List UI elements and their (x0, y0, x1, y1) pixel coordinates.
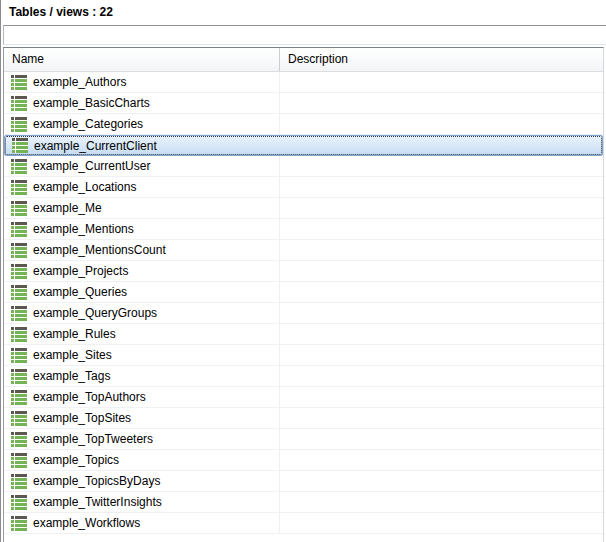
table-row[interactable]: example_Queries (4, 282, 603, 303)
table-icon (11, 348, 27, 363)
list-header: Name Description (4, 48, 603, 72)
table-icon (11, 180, 27, 195)
row-name: example_CurrentUser (33, 159, 150, 173)
row-name: example_Projects (33, 264, 128, 278)
table-row[interactable]: example_Mentions (4, 219, 603, 240)
row-name: example_Workflows (33, 516, 140, 530)
table-icon (11, 306, 27, 321)
table-icon (11, 495, 27, 510)
row-description (280, 345, 603, 365)
row-name: example_Mentions (33, 222, 134, 236)
row-name: example_TopAuthors (33, 390, 146, 404)
panel-title: Tables / views : 22 (1, 0, 606, 25)
row-name: example_Topics (33, 453, 119, 467)
row-name: example_Tags (33, 369, 110, 383)
row-description (280, 471, 603, 491)
table-row[interactable]: example_TwitterInsights (4, 492, 603, 513)
row-description (280, 429, 603, 449)
table-icon (11, 432, 27, 447)
table-icon (11, 222, 27, 237)
row-description (280, 72, 603, 92)
row-name: example_Rules (33, 327, 116, 341)
table-row-selected[interactable]: example_CurrentClient (4, 135, 603, 156)
table-row[interactable]: example_Topics (4, 450, 603, 471)
table-row[interactable]: example_Locations (4, 177, 603, 198)
row-description (280, 156, 603, 176)
row-description (280, 198, 603, 218)
row-description (280, 366, 603, 386)
table-row[interactable]: example_MentionsCount (4, 240, 603, 261)
table-row[interactable]: example_TopSites (4, 408, 603, 429)
table-row[interactable]: example_Rules (4, 324, 603, 345)
table-row[interactable]: example_Projects (4, 261, 603, 282)
filter-input[interactable] (3, 25, 606, 45)
row-description (280, 492, 603, 512)
row-description (281, 136, 602, 155)
table-row[interactable]: example_TopAuthors (4, 387, 603, 408)
row-name: example_CurrentClient (34, 139, 157, 153)
row-name: example_Authors (33, 75, 126, 89)
row-name: example_Locations (33, 180, 136, 194)
row-description (280, 303, 603, 323)
row-name: example_QueryGroups (33, 306, 157, 320)
table-icon (11, 453, 27, 468)
table-icon (11, 75, 27, 90)
table-icon (11, 201, 27, 216)
column-header-description[interactable]: Description (280, 48, 603, 71)
row-name: example_Sites (33, 348, 112, 362)
table-row[interactable]: example_Categories (4, 114, 603, 135)
row-description (280, 408, 603, 428)
tables-list: Name Description example_Authors example… (3, 47, 604, 542)
table-row[interactable]: example_Authors (4, 72, 603, 93)
table-icon (11, 411, 27, 426)
row-description (280, 93, 603, 113)
row-name: example_MentionsCount (33, 243, 166, 257)
table-icon (11, 159, 27, 174)
row-description (280, 450, 603, 470)
row-name: example_BasicCharts (33, 96, 150, 110)
table-row[interactable]: example_CurrentUser (4, 156, 603, 177)
table-icon (11, 516, 27, 531)
row-description (280, 282, 603, 302)
row-name: example_TopicsByDays (33, 474, 160, 488)
row-name: example_TwitterInsights (33, 495, 162, 509)
table-row[interactable]: example_TopTweeters (4, 429, 603, 450)
column-header-name[interactable]: Name (4, 48, 280, 71)
table-row[interactable]: example_Tags (4, 366, 603, 387)
row-description (280, 261, 603, 281)
table-icon (11, 390, 27, 405)
table-icon (11, 285, 27, 300)
row-description (280, 219, 603, 239)
table-row[interactable]: example_BasicCharts (4, 93, 603, 114)
table-row[interactable]: example_QueryGroups (4, 303, 603, 324)
row-name: example_Categories (33, 117, 143, 131)
table-row[interactable]: example_TopicsByDays (4, 471, 603, 492)
table-icon (11, 96, 27, 111)
table-icon (11, 243, 27, 258)
row-description (280, 114, 603, 134)
list-body: example_Authors example_BasicCharts exam… (4, 72, 603, 534)
row-description (280, 324, 603, 344)
table-icon (12, 138, 28, 153)
row-description (280, 513, 603, 533)
tables-views-panel: Tables / views : 22 Name Description exa… (0, 0, 606, 542)
table-row[interactable]: example_Me (4, 198, 603, 219)
table-icon (11, 264, 27, 279)
table-icon (11, 327, 27, 342)
row-name: example_Queries (33, 285, 127, 299)
table-icon (11, 474, 27, 489)
table-row[interactable]: example_Sites (4, 345, 603, 366)
table-icon (11, 117, 27, 132)
row-name: example_Me (33, 201, 102, 215)
row-description (280, 240, 603, 260)
row-description (280, 177, 603, 197)
row-description (280, 387, 603, 407)
row-name: example_TopTweeters (33, 432, 153, 446)
table-icon (11, 369, 27, 384)
table-row[interactable]: example_Workflows (4, 513, 603, 534)
row-name: example_TopSites (33, 411, 131, 425)
